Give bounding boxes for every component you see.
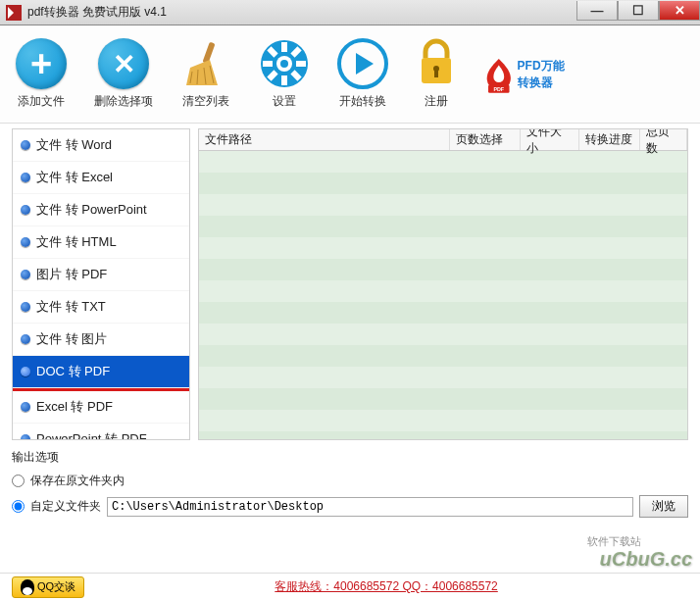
register-button[interactable]: 注册 — [416, 38, 457, 110]
titlebar: pdf转换器 免费试用版 v4.1 — ☐ ✕ — [0, 0, 700, 25]
svg-rect-18 — [434, 70, 438, 77]
watermark: uCbuG.cc — [600, 548, 692, 571]
bullet-icon — [21, 205, 30, 215]
bullet-icon — [21, 367, 30, 376]
sidebar-item-powerpoint-to-pdf[interactable]: PowerPoint 转 PDF — [13, 424, 189, 440]
header-progress[interactable]: 转换进度 — [579, 129, 640, 150]
plus-icon — [16, 38, 67, 89]
bullet-icon — [21, 173, 30, 182]
sidebar-item-file-to-excel[interactable]: 文件 转 Excel — [13, 162, 189, 194]
qq-penguin-icon — [21, 579, 34, 595]
clear-label: 清空列表 — [182, 93, 229, 110]
sidebar-item-file-to-image[interactable]: 文件 转 图片 — [13, 324, 189, 356]
sidebar-item-image-to-pdf[interactable]: 图片 转 PDF — [13, 259, 189, 291]
header-size[interactable]: 文件大小 — [521, 129, 579, 150]
svg-rect-9 — [263, 61, 273, 67]
sidebar-item-file-to-word[interactable]: 文件 转 Word — [13, 129, 189, 162]
sidebar-item-file-to-html[interactable]: 文件 转 HTML — [13, 226, 189, 259]
bullet-icon — [21, 237, 30, 247]
sidebar: 文件 转 Word 文件 转 Excel 文件 转 PowerPoint 文件 … — [12, 128, 190, 440]
gear-icon — [259, 38, 310, 89]
sidebar-item-label: 文件 转 PowerPoint — [36, 201, 147, 219]
app-logo: PDF PFD万能转换器 — [484, 43, 573, 106]
sidebar-item-label: DOC 转 PDF — [36, 363, 110, 380]
start-label: 开始转换 — [339, 93, 386, 110]
delete-label: 删除选择项 — [94, 93, 153, 110]
sidebar-item-label: Excel 转 PDF — [36, 398, 113, 416]
header-path[interactable]: 文件路径 — [199, 129, 450, 150]
sidebar-item-label: 文件 转 TXT — [36, 298, 106, 316]
sidebar-item-label: 文件 转 图片 — [36, 330, 107, 348]
header-pages[interactable]: 页数选择 — [450, 129, 521, 150]
cross-icon — [98, 38, 149, 89]
sidebar-item-excel-to-pdf[interactable]: Excel 转 PDF — [13, 391, 189, 424]
svg-rect-8 — [281, 75, 287, 85]
start-convert-button[interactable]: 开始转换 — [337, 38, 388, 110]
table-body[interactable] — [199, 151, 687, 439]
watermark-sub: 软件下载站 — [587, 534, 641, 549]
delete-selected-button[interactable]: 删除选择项 — [94, 38, 153, 110]
settings-label: 设置 — [273, 93, 296, 110]
logo-text: PFD万能转换器 — [518, 58, 573, 91]
sidebar-item-label: PowerPoint 转 PDF — [36, 430, 147, 440]
pdf-icon: PDF — [484, 47, 514, 102]
qq-chat-button[interactable]: QQ交谈 — [12, 576, 84, 598]
register-label: 注册 — [425, 93, 448, 110]
sidebar-item-label: 图片 转 PDF — [36, 266, 107, 283]
bullet-icon — [21, 140, 30, 150]
settings-button[interactable]: 设置 — [259, 38, 310, 110]
sidebar-item-doc-to-pdf[interactable]: DOC 转 PDF — [13, 356, 189, 388]
close-button[interactable]: ✕ — [659, 1, 700, 21]
toolbar: 添加文件 删除选择项 清空列表 设置 开始转换 — [0, 25, 700, 124]
play-icon — [337, 38, 388, 89]
sidebar-item-label: 文件 转 Word — [36, 136, 112, 154]
file-list-panel: 文件路径 页数选择 文件大小 转换进度 总页数 — [198, 128, 688, 440]
bullet-icon — [21, 302, 30, 312]
radio-custom-folder[interactable] — [12, 500, 25, 513]
custom-folder-label[interactable]: 自定义文件夹 — [30, 498, 101, 515]
sidebar-item-file-to-powerpoint[interactable]: 文件 转 PowerPoint — [13, 194, 189, 226]
bullet-icon — [21, 270, 30, 279]
output-path-field[interactable] — [107, 497, 633, 517]
radio-save-original[interactable] — [12, 475, 25, 487]
sidebar-item-file-to-txt[interactable]: 文件 转 TXT — [13, 291, 189, 324]
browse-button[interactable]: 浏览 — [639, 495, 688, 518]
svg-text:PDF: PDF — [493, 85, 504, 91]
svg-rect-10 — [296, 61, 306, 67]
hotline-text[interactable]: 客服热线：4006685572 QQ：4006685572 — [84, 578, 688, 595]
svg-point-15 — [280, 60, 288, 68]
add-file-label: 添加文件 — [18, 93, 65, 110]
bullet-icon — [21, 402, 30, 412]
bullet-icon — [21, 334, 30, 344]
footer: QQ交谈 客服热线：4006685572 QQ：4006685572 — [0, 573, 700, 600]
output-options: 输出选项 保存在原文件夹内 自定义文件夹 浏览 — [12, 449, 688, 521]
qq-label: QQ交谈 — [37, 579, 75, 594]
broom-icon — [180, 38, 231, 89]
save-original-label[interactable]: 保存在原文件夹内 — [30, 473, 125, 489]
table-header: 文件路径 页数选择 文件大小 转换进度 总页数 — [199, 129, 687, 151]
svg-rect-7 — [281, 42, 287, 52]
add-file-button[interactable]: 添加文件 — [16, 38, 67, 110]
maximize-button[interactable]: ☐ — [618, 1, 659, 21]
lock-icon — [416, 38, 457, 89]
sidebar-item-label: 文件 转 HTML — [36, 233, 117, 251]
output-legend: 输出选项 — [12, 449, 688, 466]
sidebar-item-label: 文件 转 Excel — [36, 169, 113, 186]
minimize-button[interactable]: — — [576, 1, 618, 21]
app-icon — [6, 5, 22, 21]
bullet-icon — [21, 434, 30, 440]
clear-list-button[interactable]: 清空列表 — [180, 38, 231, 110]
window-title: pdf转换器 免费试用版 v4.1 — [27, 4, 576, 21]
header-total[interactable]: 总页数 — [640, 129, 687, 150]
